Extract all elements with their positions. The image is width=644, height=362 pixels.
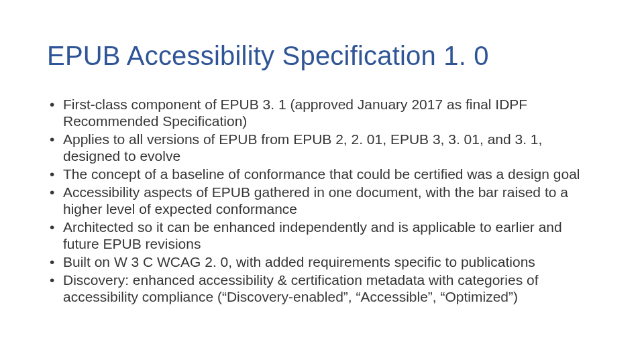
- list-item: Architected so it can be enhanced indepe…: [63, 219, 597, 253]
- slide-title: EPUB Accessibility Specification 1. 0: [47, 40, 597, 71]
- list-item: Discovery: enhanced accessibility & cert…: [63, 272, 597, 306]
- list-item: Accessibility aspects of EPUB gathered i…: [63, 184, 597, 218]
- bullet-list: First-class component of EPUB 3. 1 (appr…: [47, 97, 597, 306]
- slide: EPUB Accessibility Specification 1. 0 Fi…: [0, 0, 644, 362]
- list-item: Built on W 3 C WCAG 2. 0, with added req…: [63, 254, 597, 271]
- list-item: The concept of a baseline of conformance…: [63, 166, 597, 183]
- list-item: First-class component of EPUB 3. 1 (appr…: [63, 97, 597, 130]
- list-item: Applies to all versions of EPUB from EPU…: [63, 131, 597, 165]
